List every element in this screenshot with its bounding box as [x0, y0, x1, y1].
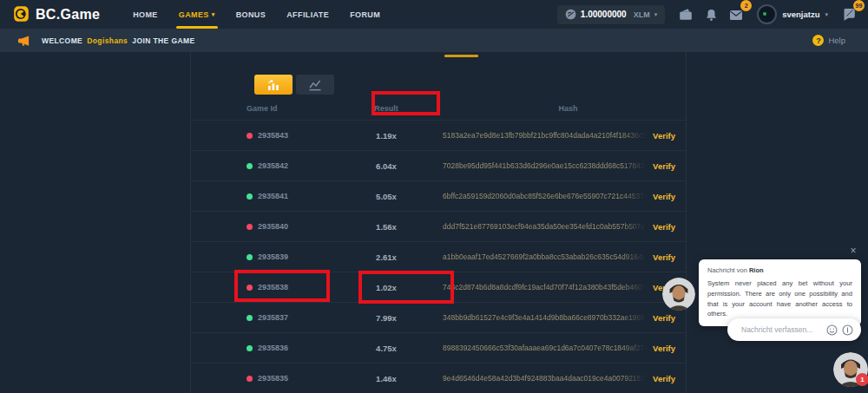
trend-chart-icon	[308, 79, 322, 91]
verify-link[interactable]: Verify	[646, 252, 675, 262]
hash-value: 348bb9db61527e4c9f3e4a1414d9b8ba66ce8970…	[443, 313, 646, 322]
game-id-cell: 2935836	[247, 344, 330, 352]
chevron-down-icon: ▾	[212, 11, 215, 18]
result-value: 5.05x	[330, 192, 443, 201]
hash-value: 9e4d6546d4e58a42d3b4f924883baa4daac019ce…	[443, 374, 646, 383]
status-dot	[247, 254, 253, 260]
help-button[interactable]: ? Help	[812, 35, 845, 46]
nav-item-home[interactable]: HOME	[122, 0, 168, 29]
column-header-hash: Hash	[443, 104, 646, 113]
nav-item-games[interactable]: GAMES ▾	[168, 0, 226, 29]
help-icon: ?	[812, 35, 824, 46]
verify-link[interactable]: Verify	[646, 131, 675, 141]
hash-value: 7028be95dd95f441b633d6d296e0ae15cc6238dd…	[443, 161, 646, 170]
hash-value: 6bffc2a59159d2060d0abc85f526e6be676e5590…	[443, 192, 646, 200]
user-menu[interactable]: svenjatzu ▾	[757, 4, 828, 24]
page-root: BC.Game HOME GAMES ▾ BONUS AFFILIATE FOR…	[0, 0, 868, 393]
join-label: JOIN THE GAME	[132, 36, 194, 45]
game-id-cell: 2935841	[247, 192, 330, 200]
table-row: 2935837 7.99x 348bb9db61527e4c9f3e4a1414…	[191, 302, 686, 332]
hash-value: a1bb0eaaf17ed4527669f2a0bba8cc53abab26c6…	[443, 252, 646, 261]
annotation-box-result-value	[358, 271, 454, 304]
status-dot	[247, 224, 253, 230]
chat-message-bubble: Nachricht von Rion System never placed a…	[699, 259, 861, 326]
annotation-box-game-id	[234, 270, 330, 302]
nav-item-forum[interactable]: FORUM	[339, 0, 391, 29]
chat-message-avatar	[662, 278, 695, 311]
chat-input-container	[727, 318, 861, 341]
annotation-box-result-header	[372, 91, 440, 115]
tab-bar-chart-view[interactable]	[254, 75, 293, 95]
result-value: 4.75x	[330, 344, 443, 353]
verify-link[interactable]: Verify	[646, 313, 675, 323]
top-nav-bar: BC.Game HOME GAMES ▾ BONUS AFFILIATE FOR…	[0, 0, 868, 29]
table-row: 2935836 4.75x 8988392450666c53f30afaaaea…	[191, 332, 686, 363]
nav-item-bonus[interactable]: BONUS	[226, 0, 277, 29]
table-row: 2935843 1.19x 5183a2ea7e9d8e13fb79bbf21b…	[191, 120, 686, 150]
support-chat-button[interactable]: 99	[838, 4, 859, 25]
message-sender-name: Rion	[749, 266, 764, 274]
bell-icon	[705, 8, 718, 22]
notifications-button[interactable]	[700, 4, 721, 25]
chat-input[interactable]	[740, 324, 822, 335]
game-id-cell: 2935839	[247, 252, 330, 261]
logo-icon	[12, 5, 30, 23]
welcome-username[interactable]: Dogishans	[87, 36, 128, 45]
result-value: 1.46x	[330, 374, 443, 383]
status-dot	[247, 315, 253, 321]
game-id: 2935836	[258, 344, 288, 352]
result-value: 7.99x	[330, 313, 443, 323]
username: svenjatzu	[782, 10, 819, 19]
verify-link[interactable]: Verify	[646, 161, 675, 171]
result-value: 6.04x	[330, 161, 443, 171]
view-toggle	[254, 75, 334, 95]
verify-link[interactable]: Verify	[646, 222, 675, 232]
chat-launcher[interactable]: 1	[833, 352, 868, 387]
emoji-button[interactable]	[826, 324, 838, 336]
game-id-cell: 2935840	[247, 222, 330, 231]
chat-close-button[interactable]: ×	[847, 245, 859, 257]
hash-value: 8988392450666c53f30afaaaea69c1d6a7c0407e…	[443, 344, 646, 352]
messages-button[interactable]: 2	[726, 4, 746, 25]
hash-value: 743c2d874b6d8a8dcdf9fc19acf4d70f74f12a38…	[443, 283, 646, 291]
history-rows: 2935843 1.19x 5183a2ea7e9d8e13fb79bbf21b…	[191, 120, 686, 393]
game-id: 2935835	[258, 374, 288, 383]
game-id-cell: 2935835	[247, 374, 330, 383]
table-row: 2935835 1.46x 9e4d6546d4e58a42d3b4f92488…	[191, 363, 686, 393]
main-nav: HOME GAMES ▾ BONUS AFFILIATE FORUM	[122, 0, 391, 29]
game-id-cell: 2935842	[247, 161, 330, 170]
status-dot	[247, 193, 253, 200]
balance-selector[interactable]: 1.00000000 XLM ▾	[557, 5, 665, 24]
tab-trend-chart-view[interactable]	[296, 75, 334, 95]
messages-badge: 2	[740, 0, 752, 11]
game-id: 2935843	[258, 131, 288, 140]
bar-chart-icon	[266, 79, 280, 91]
chevron-down-icon: ▾	[654, 11, 658, 18]
verify-link[interactable]: Verify	[646, 374, 675, 383]
message-sender-line: Nachricht von Rion	[707, 266, 852, 274]
game-id: 2935842	[258, 161, 288, 170]
chat-launcher-badge: 1	[856, 373, 868, 386]
nav-item-affiliate[interactable]: AFFILIATE	[276, 0, 339, 29]
support-chat-badge: 99	[853, 0, 865, 11]
game-id: 2935837	[258, 313, 288, 322]
status-dot	[247, 133, 253, 139]
chevron-down-icon: ▾	[825, 11, 828, 18]
message-text: System never placed any bet without your…	[707, 278, 852, 319]
close-icon: ×	[850, 245, 856, 257]
help-label: Help	[828, 36, 845, 45]
info-button[interactable]	[842, 324, 853, 336]
announcement-bar: WELCOME Dogishans JOIN THE GAME ? Help	[0, 29, 868, 52]
table-row: 2935841 5.05x 6bffc2a59159d2060d0abc85f5…	[191, 180, 686, 211]
hash-value: 5183a2ea7e9d8e13fb79bbf21bc9ffc804dada4a…	[443, 131, 646, 140]
welcome-label: WELCOME	[42, 36, 82, 45]
hash-value: ddd7f521e87769103ecf94ea35da50ee354efd1c…	[443, 222, 646, 231]
table-row: 2935839 2.61x a1bb0eaaf17ed4527669f2a0bb…	[191, 241, 686, 272]
verify-link[interactable]: Verify	[646, 192, 675, 201]
balance-amount: 1.00000000	[581, 10, 627, 19]
brand-logo[interactable]: BC.Game	[12, 5, 100, 23]
verify-link[interactable]: Verify	[646, 344, 675, 353]
table-row: 2935840 1.56x ddd7f521e87769103ecf94ea35…	[191, 211, 686, 241]
wallet-button[interactable]	[675, 4, 696, 25]
result-value: 1.56x	[330, 222, 443, 232]
